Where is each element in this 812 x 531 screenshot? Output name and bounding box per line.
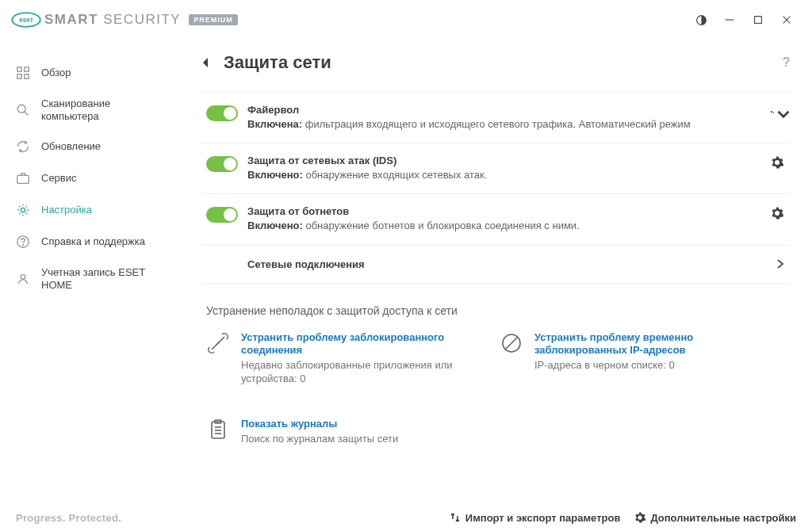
briefcase-icon: [16, 171, 30, 185]
option-desc: Включено: обнаружение входящих сетевых а…: [247, 168, 769, 182]
svg-rect-7: [17, 67, 21, 71]
svg-point-11: [17, 105, 25, 113]
option-ids: Защита от сетевых атак (IDS) Включено: о…: [201, 143, 790, 193]
page-title: Защита сети: [224, 52, 331, 73]
sidebar-item-label: Учетная запись ESET HOME: [41, 266, 163, 291]
card-desc: IP-адреса в черном списке: 0: [534, 359, 761, 372]
option-settings-botnet[interactable]: [769, 205, 785, 221]
card-title[interactable]: Устранить проблему заблокированного соед…: [241, 331, 468, 358]
content-pane: Защита сети ? Файервол Включена: фильтра…: [179, 40, 812, 504]
chevron-right-icon: [776, 259, 785, 269]
option-desc: Включена: фильтрация входящего и исходящ…: [247, 117, 769, 132]
gear-icon: [16, 203, 30, 217]
titlebar: eseт SMART SECURITY PREMIUM: [0, 0, 812, 40]
block-icon: [500, 331, 523, 355]
option-firewall: Файервол Включена: фильтрация входящего …: [201, 92, 790, 143]
svg-marker-18: [203, 58, 208, 67]
toggle-ids[interactable]: [206, 156, 238, 172]
card-desc: Недавно заблокированные приложения или у…: [241, 359, 468, 386]
option-title: Защита от сетевых атак (IDS): [247, 155, 769, 166]
svg-rect-8: [25, 67, 29, 71]
card-show-logs: Показать журналы Поиск по журналам защит…: [206, 418, 468, 446]
sidebar: Обзор Сканирование компьютера Обновление…: [0, 40, 179, 504]
contrast-toggle[interactable]: [687, 6, 715, 34]
back-button[interactable]: [201, 57, 209, 68]
option-settings-ids[interactable]: [769, 155, 785, 170]
svg-rect-4: [755, 17, 762, 24]
option-settings-firewall[interactable]: [769, 104, 785, 120]
card-title[interactable]: Устранить проблему временно заблокирован…: [534, 331, 761, 358]
option-botnet: Защита от ботнетов Включено: обнаружение…: [201, 193, 790, 244]
refresh-icon: [16, 139, 30, 154]
wrench-icon: [206, 331, 230, 355]
advanced-settings-link[interactable]: Дополнительные настройки: [634, 512, 796, 524]
svg-point-16: [23, 245, 24, 246]
sidebar-item-label: Сервис: [41, 172, 77, 185]
maximize-button[interactable]: [744, 6, 772, 34]
option-title: Файервол: [247, 104, 769, 116]
minimize-button[interactable]: [715, 6, 744, 34]
import-export-icon: [450, 512, 461, 523]
sidebar-item-label: Настройка: [41, 204, 92, 216]
user-icon: [16, 272, 30, 286]
svg-line-12: [25, 111, 29, 115]
sidebar-item-label: Справка и поддержка: [41, 235, 145, 248]
footer: Progress. Protected. Импорт и экспорт па…: [0, 504, 812, 531]
troubleshoot-title: Устранение неполадок с защитой доступа к…: [206, 304, 790, 317]
card-blocked-ip: Устранить проблему временно заблокирован…: [500, 331, 761, 387]
sidebar-item-scan[interactable]: Сканирование компьютера: [0, 89, 179, 131]
help-icon: [16, 235, 30, 249]
svg-rect-9: [17, 74, 21, 78]
svg-text:eseт: eseт: [19, 17, 33, 24]
card-desc: Поиск по журналам защиты сети: [241, 433, 398, 446]
card-blocked-connection: Устранить проблему заблокированного соед…: [206, 331, 468, 387]
brand-text: SMART SECURITY: [44, 12, 181, 28]
option-title: Защита от ботнетов: [247, 205, 769, 217]
sidebar-item-label: Обновление: [41, 140, 101, 153]
svg-rect-10: [25, 74, 29, 78]
svg-rect-13: [17, 176, 29, 184]
chevron-down-icon: [777, 108, 785, 116]
toggle-botnet[interactable]: [206, 207, 238, 223]
network-connections-link[interactable]: Сетевые подключения: [201, 245, 790, 284]
sidebar-item-label: Обзор: [41, 67, 71, 79]
help-icon[interactable]: ?: [783, 55, 790, 70]
brand-logo: eseт SMART SECURITY PREMIUM: [11, 11, 238, 29]
sidebar-item-home[interactable]: Учетная запись ESET HOME: [0, 258, 179, 300]
option-desc: Включено: обнаружение ботнетов и блокиро…: [247, 219, 769, 233]
gear-icon: [634, 512, 645, 523]
dashboard-icon: [16, 66, 30, 80]
sidebar-item-tools[interactable]: Сервис: [0, 162, 179, 194]
import-export-link[interactable]: Импорт и экспорт параметров: [450, 512, 621, 524]
premium-badge: PREMIUM: [189, 14, 238, 25]
tagline: Progress. Protected.: [16, 512, 121, 524]
card-title[interactable]: Показать журналы: [241, 418, 398, 431]
sidebar-item-setup[interactable]: Настройка: [0, 194, 179, 226]
svg-line-20: [505, 337, 518, 350]
sidebar-item-help[interactable]: Справка и поддержка: [0, 226, 179, 258]
sidebar-item-overview[interactable]: Обзор: [0, 57, 179, 89]
svg-point-14: [21, 208, 25, 212]
sidebar-item-update[interactable]: Обновление: [0, 131, 179, 162]
link-label: Сетевые подключения: [247, 258, 365, 270]
svg-point-17: [21, 274, 25, 279]
toggle-firewall[interactable]: [206, 105, 238, 121]
sidebar-item-label: Сканирование компьютера: [41, 97, 163, 122]
magnifier-icon: [16, 103, 30, 117]
eset-eye-icon: eseт: [11, 11, 41, 29]
close-button[interactable]: [772, 6, 801, 34]
clipboard-icon: [206, 418, 230, 441]
